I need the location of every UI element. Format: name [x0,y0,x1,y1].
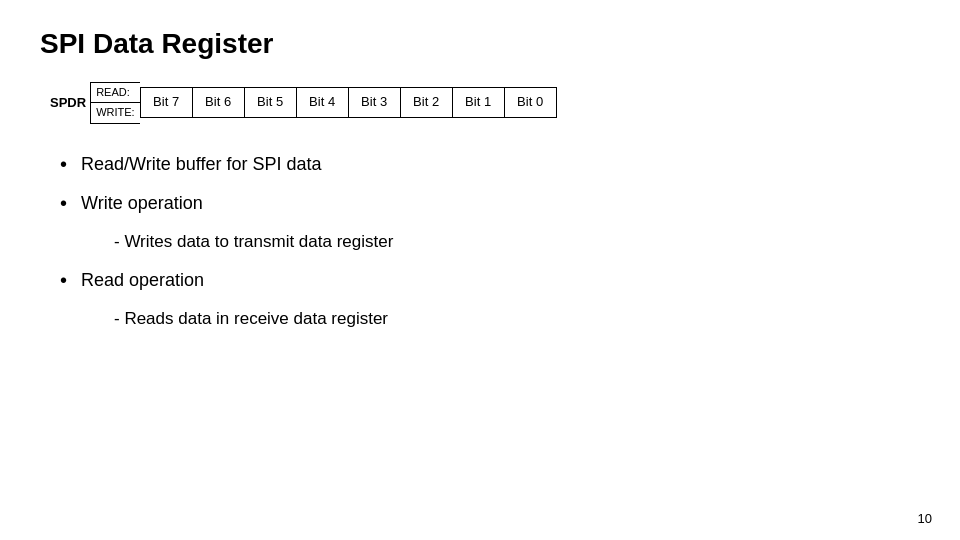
rw-labels: READ: WRITE: [90,82,140,124]
bit7-cell: Bit 7 [140,88,192,118]
bit1-cell: Bit 1 [452,88,504,118]
bullet-item-2: • Write operation [60,191,920,216]
page-number: 10 [918,511,932,526]
bullet-symbol-1: • [60,153,67,176]
sub-item-2: - Reads data in receive data register [114,307,920,331]
page-title: SPI Data Register [40,28,920,60]
bullet-item-1: • Read/Write buffer for SPI data [60,152,920,177]
content-area: • Read/Write buffer for SPI data • Write… [40,152,920,331]
register-row: Bit 7 Bit 6 Bit 5 Bit 4 Bit 3 Bit 2 Bit … [140,88,556,118]
bullet-symbol-2: • [60,192,67,215]
bullet-text-3: Read operation [81,268,204,293]
bullet-text-2: Write operation [81,191,203,216]
bit4-cell: Bit 4 [296,88,348,118]
bit0-cell: Bit 0 [504,88,556,118]
bullet-item-3: • Read operation [60,268,920,293]
sub-item-1: - Writes data to transmit data register [114,230,920,254]
read-label: READ: [91,83,140,103]
write-label: WRITE: [91,103,140,122]
bullet-symbol-3: • [60,269,67,292]
bullet-text-1: Read/Write buffer for SPI data [81,152,321,177]
bit5-cell: Bit 5 [244,88,296,118]
bit3-cell: Bit 3 [348,88,400,118]
spdr-label: SPDR [50,95,86,110]
bit2-cell: Bit 2 [400,88,452,118]
page-container: SPI Data Register SPDR READ: WRITE: Bit … [0,0,960,365]
bit6-cell: Bit 6 [192,88,244,118]
register-bits-table: Bit 7 Bit 6 Bit 5 Bit 4 Bit 3 Bit 2 Bit … [140,87,557,118]
register-diagram: SPDR READ: WRITE: Bit 7 Bit 6 Bit 5 Bit … [50,82,920,124]
